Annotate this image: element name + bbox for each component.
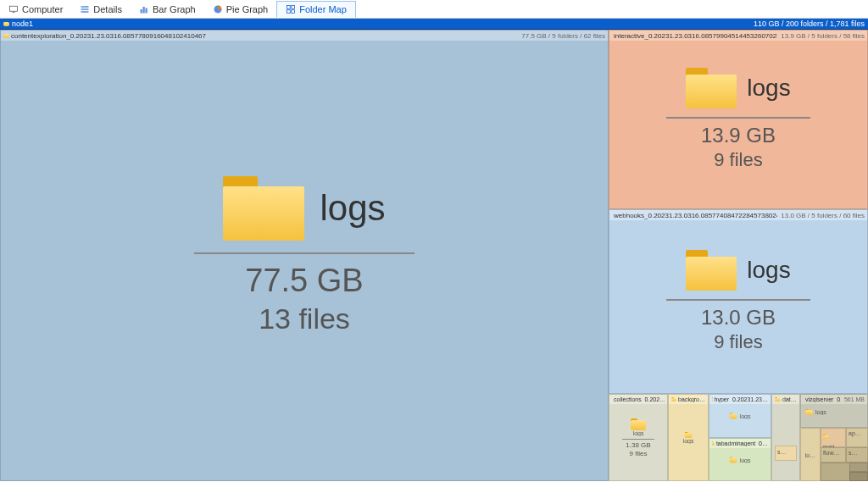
tab-bar-graph[interactable]: Bar Graph bbox=[131, 2, 204, 17]
cell-small-ap[interactable]: ap… bbox=[846, 428, 868, 447]
folder-icon bbox=[686, 250, 737, 291]
svg-rect-11 bbox=[287, 9, 291, 13]
cell-webhooks[interactable]: webhooks_0.20231.23.0316.085774084722845… bbox=[609, 209, 868, 394]
svg-rect-5 bbox=[140, 9, 142, 14]
folder-icon bbox=[730, 457, 737, 463]
cell-path: interactive_0.20231.23.0316.085799045144… bbox=[614, 32, 777, 40]
cell-stats: 13.9 GB / 5 folders / 58 files bbox=[781, 32, 865, 40]
tab-folder-map[interactable]: Folder Map bbox=[276, 1, 356, 18]
root-folder-name: node1 bbox=[12, 19, 33, 28]
tab-details[interactable]: Details bbox=[71, 2, 131, 17]
cell-stats: 77.5 GB / 5 folders / 62 files bbox=[521, 32, 605, 40]
tab-bar-graph-label: Bar Graph bbox=[153, 4, 196, 14]
cell-residual-3[interactable] bbox=[849, 472, 868, 481]
cell-path: tabadminagent_0… bbox=[716, 440, 768, 446]
folder-icon bbox=[631, 418, 646, 430]
cell-path: backgro… bbox=[678, 396, 705, 402]
svg-rect-3 bbox=[81, 8, 89, 10]
cell-label: logs bbox=[740, 457, 751, 463]
svg-rect-9 bbox=[287, 5, 291, 8]
cell-collections[interactable]: collections_0.202… logs 1.38 GB 9 files bbox=[609, 394, 668, 481]
cell-size: 77.5 GB bbox=[245, 263, 363, 299]
tab-pie-graph[interactable]: Pie Graph bbox=[204, 2, 277, 17]
folder-icon bbox=[671, 397, 676, 402]
cell-label: logs bbox=[747, 257, 790, 284]
folder-icon bbox=[3, 34, 9, 38]
cell-contentexploration[interactable]: contentexploration_0.20231.23.0316.08577… bbox=[0, 30, 609, 481]
svg-rect-1 bbox=[13, 12, 15, 13]
cell-file-count: 9 files bbox=[630, 450, 648, 457]
folder-icon bbox=[712, 397, 713, 402]
cell-path: dat… bbox=[782, 396, 797, 402]
tab-computer-label: Computer bbox=[22, 4, 63, 14]
cell-label: s… bbox=[776, 446, 796, 457]
cell-path: vizqlserver_0.2023… bbox=[805, 396, 841, 402]
cell-label: flow… bbox=[821, 448, 845, 457]
folder-icon bbox=[805, 409, 813, 415]
cell-dataserver[interactable]: dat… s… bbox=[771, 394, 800, 481]
cell-small-noninteractive[interactable]: noni… bbox=[821, 428, 846, 447]
cell-file-count: 13 files bbox=[259, 302, 350, 335]
folder-icon bbox=[712, 441, 715, 446]
cell-interactive[interactable]: interactive_0.20231.23.0316.085799045144… bbox=[609, 30, 868, 209]
cell-small-lo[interactable]: lo… bbox=[800, 428, 821, 481]
folder-icon bbox=[686, 68, 737, 108]
tab-folder-map-label: Folder Map bbox=[299, 4, 347, 14]
folder-icon bbox=[730, 413, 737, 419]
cell-hyper[interactable]: hyper_0.20231.23… logs bbox=[709, 394, 771, 438]
cell-small-flow[interactable]: flow… bbox=[821, 447, 846, 463]
cell-tabadminagent[interactable]: tabadminagent_0… logs bbox=[709, 438, 771, 481]
cell-label: s… bbox=[847, 448, 867, 457]
cell-file-count: 9 files bbox=[714, 331, 762, 353]
tab-details-label: Details bbox=[93, 4, 122, 14]
svg-rect-2 bbox=[81, 6, 89, 8]
monitor-icon bbox=[8, 4, 19, 14]
cell-dataserver-sub[interactable]: s… bbox=[775, 446, 797, 461]
cell-label: logs bbox=[320, 188, 385, 229]
treemap: contentexploration_0.20231.23.0316.08577… bbox=[0, 30, 868, 481]
tab-computer[interactable]: Computer bbox=[0, 2, 71, 17]
cell-path: contentexploration_0.20231.23.0316.08577… bbox=[11, 32, 206, 40]
root-folder-stats: 110 GB / 200 folders / 1,781 files bbox=[754, 19, 865, 28]
cell-label: lo… bbox=[805, 452, 815, 457]
cell-backgrounder[interactable]: backgro… logs bbox=[668, 394, 709, 481]
folder-icon bbox=[775, 397, 781, 402]
cell-label: logs bbox=[815, 409, 826, 415]
svg-rect-6 bbox=[142, 7, 144, 14]
cell-residual-2[interactable] bbox=[849, 463, 868, 472]
svg-rect-12 bbox=[292, 9, 295, 13]
tab-pie-graph-label: Pie Graph bbox=[226, 4, 269, 14]
cell-size: 13.9 GB bbox=[701, 124, 776, 147]
cell-size: 13.0 GB bbox=[701, 306, 776, 330]
svg-rect-7 bbox=[145, 8, 147, 13]
details-icon bbox=[80, 4, 90, 14]
cell-label: ap… bbox=[847, 429, 867, 438]
grid-icon bbox=[286, 4, 296, 14]
bar-chart-icon bbox=[139, 4, 149, 14]
cell-size: 1.38 GB bbox=[626, 441, 650, 449]
cell-label: logs bbox=[683, 438, 694, 444]
cell-label: logs bbox=[633, 430, 644, 436]
folder-icon bbox=[685, 432, 693, 438]
root-folder-bar[interactable]: node1 110 GB / 200 folders / 1,781 files bbox=[0, 19, 868, 30]
cell-path: webhooks_0.20231.23.0316.085774084722845… bbox=[614, 212, 777, 219]
svg-rect-0 bbox=[10, 6, 18, 11]
cell-file-count: 9 files bbox=[714, 149, 762, 171]
cell-vizqlserver[interactable]: vizqlserver_0.2023…561 MB logs bbox=[800, 394, 868, 428]
cell-label: logs bbox=[740, 413, 751, 419]
view-tabs: Computer Details Bar Graph Pie Graph Fol… bbox=[0, 0, 868, 19]
cell-small-s[interactable]: s… bbox=[846, 447, 868, 463]
cell-path: hyper_0.20231.23… bbox=[715, 396, 768, 402]
cell-path: collections_0.202… bbox=[614, 396, 665, 402]
svg-rect-4 bbox=[81, 11, 89, 13]
folder-icon bbox=[823, 435, 829, 439]
cell-stats: 13.0 GB / 5 folders / 60 files bbox=[781, 212, 865, 219]
cell-label: logs bbox=[747, 75, 790, 102]
svg-rect-10 bbox=[292, 5, 295, 8]
pie-chart-icon bbox=[213, 4, 223, 14]
folder-icon bbox=[3, 22, 9, 26]
cell-size: 561 MB bbox=[844, 396, 865, 402]
folder-icon bbox=[223, 176, 304, 241]
